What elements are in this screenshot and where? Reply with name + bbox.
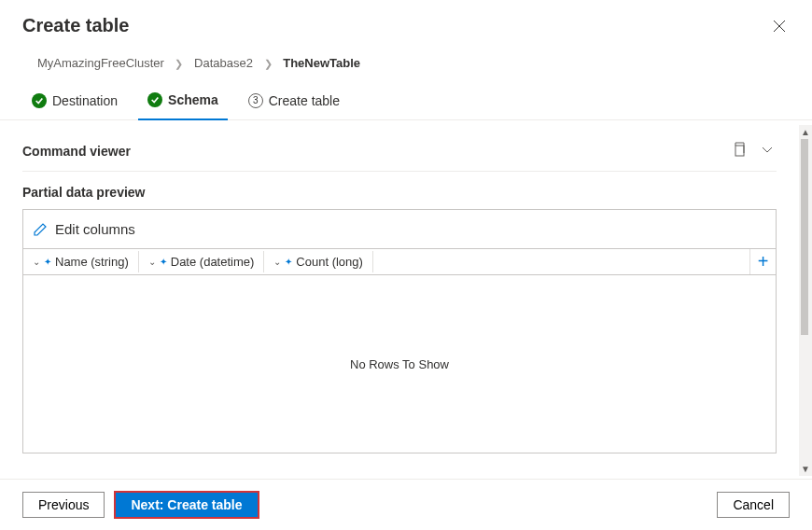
next-button[interactable]: Next: Create table: [114, 491, 259, 519]
autodetect-icon: ✦: [44, 257, 51, 267]
scroll-up-icon[interactable]: ▲: [801, 127, 810, 137]
scrollbar-vertical[interactable]: ▲ ▼: [799, 125, 812, 476]
chevron-down-icon: ⌄: [273, 257, 281, 267]
autodetect-icon: ✦: [160, 257, 167, 267]
page-title: Create table: [22, 15, 130, 36]
scroll-down-icon[interactable]: ▼: [801, 464, 810, 474]
previous-button[interactable]: Previous: [22, 492, 105, 518]
step-number-icon: 3: [248, 93, 263, 108]
check-circle-icon: [147, 92, 162, 107]
command-viewer-title: Command viewer: [22, 144, 131, 159]
add-column-button[interactable]: +: [749, 249, 776, 274]
footer: Previous Next: Create table Cancel: [0, 479, 812, 530]
chevron-down-icon: ⌄: [33, 257, 40, 267]
scrollbar-thumb[interactable]: [801, 139, 808, 335]
chevron-down-icon: ⌄: [148, 257, 156, 267]
edit-columns-label: Edit columns: [55, 221, 135, 237]
check-circle-icon: [32, 93, 47, 108]
breadcrumb: MyAmazingFreeCluster ❯ Database2 ❯ TheNe…: [0, 39, 812, 74]
breadcrumb-item[interactable]: MyAmazingFreeCluster: [37, 56, 164, 70]
cancel-button[interactable]: Cancel: [717, 492, 790, 518]
wizard-steps: Destination Schema 3 Create table: [0, 74, 812, 120]
column-label: Name (string): [55, 255, 129, 269]
close-icon: [773, 20, 786, 33]
svg-rect-0: [735, 146, 744, 156]
column-header[interactable]: ⌄ ✦ Name (string): [23, 251, 139, 272]
preview-title: Partial data preview: [22, 172, 777, 209]
step-label: Destination: [52, 93, 118, 108]
step-destination[interactable]: Destination: [22, 86, 127, 119]
autodetect-icon: ✦: [285, 257, 292, 267]
column-label: Date (datetime): [171, 255, 255, 269]
edit-columns-button[interactable]: Edit columns: [23, 210, 776, 248]
chevron-down-icon: [760, 142, 775, 157]
step-schema[interactable]: Schema: [138, 85, 228, 120]
step-create-table[interactable]: 3 Create table: [239, 86, 349, 119]
column-label: Count (long): [296, 255, 363, 269]
close-button[interactable]: [769, 15, 790, 39]
column-header[interactable]: ⌄ ✦ Count (long): [264, 251, 373, 272]
empty-state-text: No Rows To Show: [350, 357, 449, 371]
pencil-icon: [33, 222, 48, 237]
column-header-row: ⌄ ✦ Name (string) ⌄ ✦ Date (datetime) ⌄ …: [23, 248, 776, 275]
copy-button[interactable]: [730, 140, 749, 161]
data-preview-table: Edit columns ⌄ ✦ Name (string) ⌄ ✦ Date …: [22, 209, 777, 453]
step-label: Schema: [168, 92, 218, 107]
column-header[interactable]: ⌄ ✦ Date (datetime): [139, 251, 265, 272]
breadcrumb-item-current: TheNewTable: [283, 56, 360, 70]
chevron-right-icon: ❯: [264, 58, 273, 69]
chevron-right-icon: ❯: [175, 58, 183, 69]
breadcrumb-item[interactable]: Database2: [194, 56, 253, 70]
table-body-empty: No Rows To Show: [23, 275, 776, 453]
plus-icon: +: [758, 251, 769, 272]
copy-icon: [732, 142, 747, 157]
step-label: Create table: [269, 93, 340, 108]
expand-button[interactable]: [758, 140, 777, 161]
